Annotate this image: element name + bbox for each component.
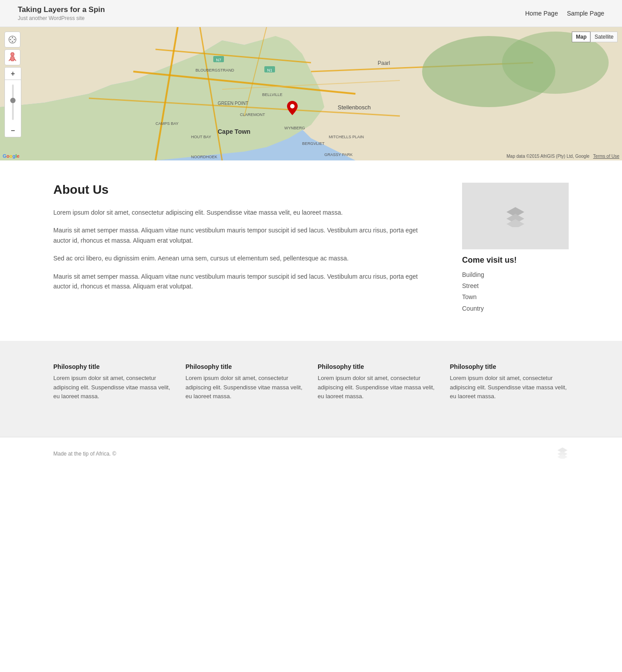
visit-title: Come visit us! [462, 256, 569, 265]
about-para-3: Sed ac orci libero, eu dignissim enim. A… [53, 253, 435, 263]
map-type-satellite-button[interactable]: Satellite [590, 32, 618, 42]
about-section: About Us Lorem ipsum dolor sit amet, con… [53, 183, 435, 314]
svg-text:HOUT BAY: HOUT BAY [191, 135, 211, 139]
footer-layers-icon [556, 446, 569, 461]
svg-marker-47 [558, 454, 567, 459]
philosophy-title-4: Philosophy title [450, 363, 569, 370]
philosophy-item-4: Philosophy title Lorem ipsum dolor sit a… [450, 363, 569, 401]
svg-text:Cape Town: Cape Town [218, 128, 251, 135]
map-container[interactable]: Cape Town Stellenbosch Paarl GREEN POINT… [0, 27, 622, 160]
svg-text:N7: N7 [216, 58, 221, 62]
svg-marker-44 [506, 219, 524, 227]
svg-text:MITCHELLS PLAIN: MITCHELLS PLAIN [329, 135, 364, 139]
address-building: Building [462, 269, 569, 280]
map-attribution: Map data ©2015 AfriGIS (Pty) Ltd, Google… [506, 154, 619, 159]
svg-marker-34 [12, 41, 13, 43]
philosophy-grid: Philosophy title Lorem ipsum dolor sit a… [53, 363, 569, 401]
philosophy-text-4: Lorem ipsum dolor sit amet, consectetur … [450, 374, 569, 401]
street-view-control[interactable] [4, 49, 20, 65]
nav-home[interactable]: Home Page [525, 10, 558, 17]
svg-marker-33 [12, 36, 13, 38]
main-nav: Home Page Sample Page [525, 10, 604, 17]
about-para-4: Mauris sit amet semper massa. Aliquam vi… [53, 272, 435, 292]
svg-marker-35 [9, 39, 11, 40]
svg-text:BERGVLIET: BERGVLIET [302, 141, 325, 146]
zoom-out-button[interactable]: − [5, 124, 21, 137]
svg-text:N1: N1 [267, 68, 272, 72]
svg-text:CLAREMONT: CLAREMONT [240, 112, 265, 117]
philosophy-item-2: Philosophy title Lorem ipsum dolor sit a… [186, 363, 305, 401]
about-para-1: Lorem ipsum dolor sit amet, consectetur … [53, 208, 435, 217]
svg-line-39 [9, 59, 11, 61]
visit-section: Come visit us! Building Street Town Coun… [462, 183, 569, 314]
footer-text: Made at the tip of Africa. © [53, 451, 116, 457]
svg-text:NOORDHOEK: NOORDHOEK [191, 155, 217, 159]
address-country: Country [462, 303, 569, 314]
svg-rect-38 [11, 56, 14, 61]
svg-text:WYNBERG: WYNBERG [284, 126, 305, 130]
svg-text:GREEN POINT: GREEN POINT [218, 101, 248, 106]
philosophy-title-1: Philosophy title [53, 363, 172, 370]
philosophy-text-2: Lorem ipsum dolor sit amet, consectetur … [186, 374, 305, 401]
map-controls: + − [4, 32, 21, 137]
site-header: Taking Layers for a Spin Just another Wo… [0, 0, 622, 27]
svg-point-37 [11, 52, 14, 56]
nav-sample[interactable]: Sample Page [567, 10, 604, 17]
main-content: About Us Lorem ipsum dolor sit amet, con… [0, 160, 622, 341]
philosophy-item-3: Philosophy title Lorem ipsum dolor sit a… [318, 363, 437, 401]
google-logo: Google [3, 153, 20, 159]
svg-text:CAMPS BAY: CAMPS BAY [156, 121, 179, 126]
about-title: About Us [53, 183, 435, 197]
zoom-in-button[interactable]: + [5, 68, 21, 80]
map-pin [287, 101, 298, 118]
address-town: Town [462, 292, 569, 303]
philosophy-title-3: Philosophy title [318, 363, 437, 370]
svg-text:Paarl: Paarl [378, 60, 390, 66]
map-type-map-button[interactable]: Map [572, 32, 590, 42]
svg-text:BELLVILLE: BELLVILLE [262, 92, 283, 97]
philosophy-item-1: Philosophy title Lorem ipsum dolor sit a… [53, 363, 172, 401]
site-footer: Made at the tip of Africa. © [0, 437, 622, 470]
about-para-2: Mauris sit amet semper massa. Aliquam vi… [53, 225, 435, 245]
site-tagline: Just another WordPress site [18, 15, 105, 21]
zoom-control: + − [4, 67, 21, 137]
svg-text:GRASSY PARK: GRASSY PARK [324, 152, 353, 157]
philosophy-section: Philosophy title Lorem ipsum dolor sit a… [0, 341, 622, 437]
site-branding: Taking Layers for a Spin Just another Wo… [18, 5, 105, 21]
svg-text:BLOUBERGSTRAND: BLOUBERGSTRAND [195, 68, 235, 72]
philosophy-text-1: Lorem ipsum dolor sit amet, consectetur … [53, 374, 172, 401]
svg-line-40 [14, 59, 16, 61]
visit-image [462, 183, 569, 249]
address-street: Street [462, 280, 569, 292]
svg-point-41 [290, 104, 295, 108]
philosophy-title-2: Philosophy title [186, 363, 305, 370]
philosophy-text-3: Lorem ipsum dolor sit amet, consectetur … [318, 374, 437, 401]
pan-control[interactable] [4, 32, 20, 48]
map-type-controls: Map Satellite [572, 32, 618, 42]
svg-text:Stellenbosch: Stellenbosch [338, 104, 371, 111]
site-title: Taking Layers for a Spin [18, 5, 105, 14]
svg-marker-36 [14, 39, 16, 40]
terms-link[interactable]: Terms of Use [593, 154, 619, 159]
zoom-slider[interactable] [5, 80, 21, 124]
